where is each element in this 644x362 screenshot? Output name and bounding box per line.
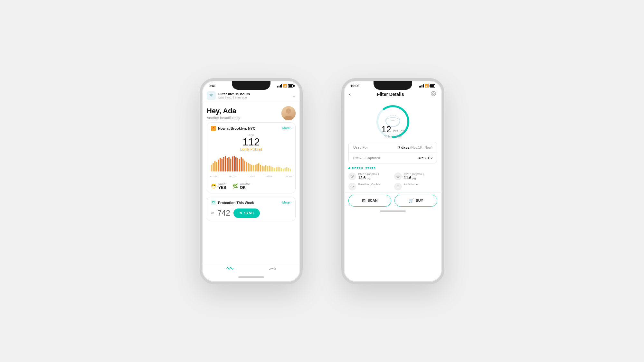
- phone-content-1: Filter life: 15 hours Last Sync: 3 mins …: [202, 89, 300, 280]
- svg-rect-20: [244, 160, 245, 171]
- svg-rect-37: [274, 168, 275, 172]
- settings-icon[interactable]: [430, 90, 437, 98]
- status-bar-2: 15:06 📶: [344, 81, 442, 89]
- filter-bar[interactable]: Filter life: 15 hours Last Sync: 3 mins …: [202, 89, 300, 102]
- aqi-value: 112: [211, 137, 291, 147]
- page-title-p2: Filter Details: [377, 92, 404, 97]
- svg-rect-18: [241, 157, 242, 171]
- pm10-icon: [394, 172, 402, 180]
- wifi-icon-2: 📶: [425, 84, 429, 88]
- svg-rect-29: [260, 164, 261, 171]
- sync-circle-icon: ↻: [239, 211, 242, 215]
- mask-outdoor-row: 😷 Mask YES 🌿 Outdoor OK: [207, 180, 295, 193]
- arrow-right-icon-2: ›: [290, 201, 291, 204]
- buy-icon: 🛒: [409, 198, 414, 203]
- status-icons-1: 📶: [277, 84, 294, 88]
- svg-rect-42: [283, 169, 284, 171]
- filter-icon: [207, 91, 216, 100]
- filter-circle-section: 12 hrs left 30 hrs in total: [344, 100, 442, 142]
- home-indicator-2: [344, 208, 442, 214]
- svg-rect-8: [223, 157, 224, 171]
- scan-button[interactable]: ⊡ SCAN: [348, 195, 391, 207]
- svg-point-0: [286, 108, 291, 114]
- greeting-sub: Another beautiful day: [207, 116, 240, 120]
- status-icons-2: 📶: [419, 84, 435, 88]
- svg-rect-33: [267, 166, 268, 171]
- svg-rect-17: [239, 159, 240, 171]
- hours-overlay: 12 hrs left 30 hrs in total: [381, 124, 404, 138]
- signal-icon-2: [419, 84, 424, 88]
- filter-life-title: Filter life: 15 hours: [218, 92, 290, 96]
- breath-icon: ≈: [211, 210, 214, 217]
- svg-rect-45: [288, 168, 289, 172]
- svg-rect-38: [276, 167, 277, 172]
- wifi-icon: 📶: [283, 84, 287, 88]
- pm25-detail: PM2.5 (approx.) 12.6 μg: [348, 172, 392, 180]
- svg-rect-13: [232, 156, 233, 171]
- protection-title: Protection This Week: [218, 201, 254, 205]
- svg-rect-22: [248, 163, 249, 171]
- svg-rect-43: [284, 168, 286, 172]
- svg-rect-2: [213, 163, 214, 171]
- arrow-right-icon: ›: [290, 126, 291, 130]
- nav-bar-p2: ‹ Filter Details: [344, 89, 442, 100]
- hours-total: 30 hrs in total: [381, 135, 404, 138]
- back-button[interactable]: ‹: [349, 91, 351, 97]
- svg-rect-5: [218, 159, 219, 171]
- avatar[interactable]: [281, 106, 296, 120]
- chevron-down-icon[interactable]: ⌄: [292, 93, 296, 98]
- svg-rect-28: [258, 163, 260, 171]
- greeting-row: Hey, Ada Another beautiful day: [207, 102, 296, 122]
- time-display-2: 15:06: [350, 84, 359, 88]
- hours-unit: hrs: [393, 129, 398, 133]
- more-link-aqi[interactable]: More ›: [282, 126, 291, 130]
- breathing-icon: [348, 183, 356, 190]
- detail-stats-section: DETAIL STATS PM2.5 (approx.) 12.6 μg: [344, 167, 442, 192]
- mask-icon: 😷: [211, 183, 216, 189]
- svg-rect-40: [279, 167, 280, 172]
- bottom-actions: ⊡ SCAN 🛒 BUY: [344, 192, 442, 208]
- svg-rect-1: [211, 164, 212, 171]
- avatar-image: [281, 106, 296, 120]
- svg-rect-7: [221, 158, 223, 171]
- aqi-chart: [207, 153, 295, 175]
- phone-1: 9:41 📶 Filter life: 15 hours Last Sync: …: [200, 78, 303, 284]
- more-link-protection[interactable]: More ›: [282, 201, 291, 204]
- greeting-text: Hey, Ada Another beautiful day: [207, 107, 240, 120]
- status-bar-1: 9:41 📶: [202, 81, 300, 89]
- svg-rect-6: [220, 158, 221, 171]
- phone-2: 15:06 📶 ‹ Filter Details: [341, 78, 444, 284]
- bottom-nav: [202, 263, 300, 274]
- signal-icon: [277, 84, 282, 88]
- aqi-card: 📍 Now at Brooklyn, NYC More › AQI 112 Li…: [207, 122, 296, 193]
- sync-count: 742: [217, 209, 230, 218]
- buy-button[interactable]: 🛒 BUY: [394, 195, 437, 207]
- aqi-status: Lightly Polluted: [211, 148, 291, 151]
- svg-point-48: [432, 93, 434, 95]
- svg-rect-19: [242, 158, 244, 171]
- protection-header: 🛡 Protection This Week More ›: [211, 200, 291, 205]
- svg-rect-39: [278, 166, 279, 171]
- outdoor-icon: 🌿: [232, 183, 238, 189]
- svg-rect-36: [272, 167, 273, 172]
- svg-rect-4: [216, 162, 217, 172]
- nav-item-shoe[interactable]: [269, 266, 276, 273]
- air-volume-icon: [394, 183, 402, 190]
- aqi-card-header: 📍 Now at Brooklyn, NYC More ›: [207, 123, 295, 131]
- svg-rect-14: [234, 156, 235, 172]
- svg-rect-11: [228, 157, 230, 171]
- hours-left: left: [400, 129, 404, 133]
- svg-rect-26: [255, 164, 256, 171]
- air-volume-detail: Air Volume: [394, 183, 437, 190]
- svg-rect-44: [286, 167, 288, 172]
- scroll-area[interactable]: Hey, Ada Another beautiful day: [202, 102, 300, 263]
- nav-item-waves[interactable]: [226, 266, 233, 273]
- phone-content-2: ‹ Filter Details 12: [344, 89, 442, 280]
- svg-point-53: [352, 176, 353, 177]
- svg-rect-35: [270, 166, 272, 171]
- svg-rect-34: [269, 165, 270, 171]
- shield-icon: 🛡: [211, 200, 216, 205]
- sync-button[interactable]: ↻ SYNC: [233, 209, 260, 218]
- aqi-section: AQI 112 Lightly Polluted: [207, 131, 295, 153]
- hours-num: 12: [381, 124, 391, 134]
